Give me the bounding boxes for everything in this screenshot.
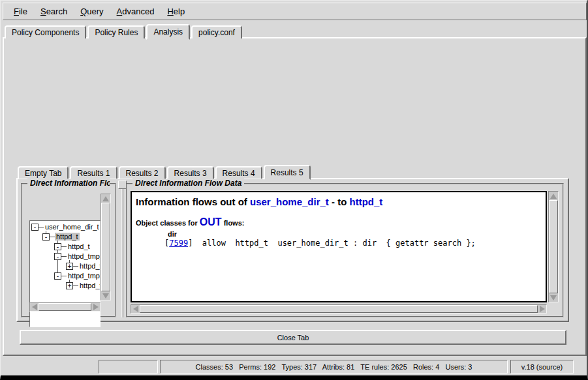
tree-stub-line xyxy=(73,285,78,286)
rule-text: ] allow httpd_t user_home_dir_t : dir { … xyxy=(188,239,476,248)
scroll-up-arrow[interactable] xyxy=(101,194,110,203)
scrollbar-thumb[interactable] xyxy=(39,303,91,311)
scroll-down-arrow[interactable] xyxy=(101,291,110,300)
tree-node-label[interactable]: httpd_t xyxy=(78,262,101,270)
scroll-right-arrow[interactable] xyxy=(91,303,100,311)
right-arrow-icon xyxy=(540,306,545,312)
menu-advanced[interactable]: Advanced xyxy=(110,5,161,18)
up-arrow-icon xyxy=(102,196,109,201)
rule-id-link[interactable]: 7599 xyxy=(169,239,188,248)
tab-policy-rules[interactable]: Policy Rules xyxy=(87,25,145,38)
tree-hscrollbar[interactable] xyxy=(29,302,101,312)
tree-collapse-icon[interactable]: - xyxy=(31,224,39,231)
close-tab-button[interactable]: Close Tab xyxy=(20,330,566,345)
flow-heading: Information flows out of user_home_dir_t… xyxy=(136,196,542,207)
tree-node-label[interactable]: httpd_tmp_t xyxy=(67,252,101,260)
flow-data-textarea[interactable]: Information flows out of user_home_dir_t… xyxy=(131,191,547,302)
tree-stub-line xyxy=(39,227,44,227)
tree-collapse-icon[interactable]: - xyxy=(54,243,61,250)
status-version: v.18 (source) xyxy=(510,360,574,373)
tab-results-4[interactable]: Results 4 xyxy=(215,166,262,179)
scroll-right-arrow[interactable] xyxy=(538,305,546,313)
app-window: File Search Query Advanced Help Policy C… xyxy=(0,0,588,380)
scroll-up-arrow[interactable] xyxy=(549,192,558,200)
data-vscrollbar[interactable] xyxy=(548,191,559,302)
tree-node-label[interactable]: httpd_t xyxy=(67,242,91,250)
tab-policy-conf[interactable]: policy.conf xyxy=(191,25,242,38)
tab-empty-tab[interactable]: Empty Tab xyxy=(18,166,69,179)
tree-collapse-icon[interactable]: - xyxy=(54,272,61,280)
flow-tree-title: Direct Information Flow Tree xyxy=(27,179,110,188)
tree-row[interactable]: -user_home_dir_t xyxy=(31,222,101,231)
scrollbar-thumb[interactable] xyxy=(140,305,538,313)
tree-vscrollbar[interactable] xyxy=(101,194,111,300)
tree-stub-line xyxy=(73,266,78,267)
flow-subheading: Object classes for OUT flows: xyxy=(136,216,542,228)
up-arrow-icon xyxy=(550,194,557,199)
tree-row[interactable]: -httpd_tmpfs_t xyxy=(54,271,101,280)
subheading-prefix: Object classes for xyxy=(136,219,200,227)
status-policy-stats: Classes: 53 Perms: 192 Types: 317 Attrib… xyxy=(160,360,508,373)
heading-prefix: Information flows out of xyxy=(136,196,250,207)
menu-search[interactable]: Search xyxy=(34,5,74,18)
scroll-left-arrow[interactable] xyxy=(30,303,39,311)
tree-row[interactable]: -httpd_t xyxy=(42,232,80,241)
tab-results-2[interactable]: Results 2 xyxy=(119,166,166,179)
tree-stub-line xyxy=(61,276,67,276)
allow-rule-line: [7599] allow httpd_t user_home_dir_t : d… xyxy=(164,239,542,248)
scrollbar-thumb[interactable] xyxy=(549,200,558,293)
flow-data-title: Direct Information Flow Data xyxy=(132,179,244,188)
data-hscrollbar[interactable] xyxy=(131,304,547,314)
tab-analysis[interactable]: Analysis xyxy=(146,24,190,40)
tree-expand-icon[interactable]: + xyxy=(66,263,73,270)
tree-row[interactable]: -httpd_t xyxy=(54,242,91,251)
scrollbar-thumb[interactable] xyxy=(101,203,110,291)
right-arrow-icon xyxy=(93,304,99,310)
tree-row[interactable]: -httpd_tmp_t xyxy=(54,252,101,261)
tab-policy-components[interactable]: Policy Components xyxy=(5,25,86,38)
tree-stub-line xyxy=(61,246,67,247)
heading-mid: - to xyxy=(329,196,350,207)
menu-file[interactable]: File xyxy=(7,5,34,18)
tree-node-label-selected[interactable]: httpd_t xyxy=(55,233,80,241)
tab-results-1[interactable]: Results 1 xyxy=(70,166,117,179)
tree-stub-line xyxy=(61,256,67,257)
flow-direction: OUT xyxy=(200,216,222,227)
down-arrow-icon xyxy=(102,293,109,299)
heading-target-type: httpd_t xyxy=(350,196,383,207)
subheading-suffix: flows: xyxy=(222,219,245,227)
left-arrow-icon xyxy=(133,306,138,312)
down-arrow-icon xyxy=(550,295,557,300)
heading-source-type: user_home_dir_t xyxy=(250,196,329,207)
menu-help[interactable]: Help xyxy=(161,5,191,18)
menu-bar: File Search Query Advanced Help xyxy=(3,3,587,20)
tree-row[interactable]: +httpd_t xyxy=(66,281,101,290)
tree-row[interactable]: +httpd_t xyxy=(66,261,101,270)
tree-node-label[interactable]: user_home_dir_t xyxy=(44,223,101,231)
menu-query[interactable]: Query xyxy=(74,5,110,18)
scroll-down-arrow[interactable] xyxy=(549,293,558,302)
results-tab-strip: Empty Tab Results 1 Results 2 Results 3 … xyxy=(18,164,311,179)
tree-node-label[interactable]: httpd_t xyxy=(78,282,101,289)
tree-collapse-icon[interactable]: - xyxy=(42,233,50,241)
tab-results-5[interactable]: Results 5 xyxy=(264,165,311,180)
tree-node-label[interactable]: httpd_tmpfs_t xyxy=(67,272,101,280)
tree-stub-line xyxy=(50,237,55,237)
tab-results-3[interactable]: Results 3 xyxy=(167,166,214,179)
tree-expand-icon[interactable]: + xyxy=(66,282,73,289)
left-arrow-icon xyxy=(32,304,37,310)
results-sash-line xyxy=(121,189,123,317)
tree-collapse-icon[interactable]: - xyxy=(54,253,61,260)
main-tab-strip: Policy Components Policy Rules Analysis … xyxy=(5,23,242,38)
status-empty-box xyxy=(99,360,158,373)
scroll-left-arrow[interactable] xyxy=(131,305,140,313)
object-class-name: dir xyxy=(168,230,542,238)
